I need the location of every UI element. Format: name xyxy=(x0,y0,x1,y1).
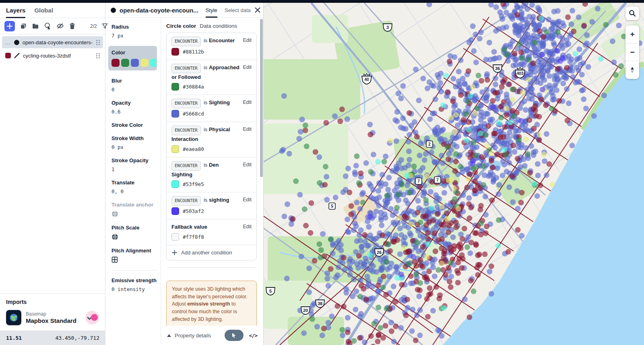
color-swatch[interactable] xyxy=(131,59,139,67)
globe-icon[interactable] xyxy=(111,233,157,240)
road-shield: 38 xyxy=(316,300,324,308)
layer-row[interactable]: cycling-routes-3zdstf xyxy=(2,50,103,62)
property-value[interactable]: 0, 0 xyxy=(111,188,157,194)
tab-select-data[interactable]: Select data xyxy=(225,3,251,17)
color-swatch[interactable] xyxy=(140,59,149,67)
svg-text:36: 36 xyxy=(495,66,500,71)
svg-text:5: 5 xyxy=(269,289,272,293)
road-shield: 7 xyxy=(434,177,441,183)
zoom-level-value: 11.51 xyxy=(6,335,22,341)
color-swatch[interactable] xyxy=(121,59,129,67)
panel-footer: Property details </> xyxy=(161,326,263,345)
condition-row: ENCOUNTERis Den Sighting Edit #53f9e5 xyxy=(167,157,256,192)
property-value[interactable]: 0 xyxy=(111,87,157,93)
condition-value: Sighting xyxy=(209,99,230,105)
basemap-globe-icon xyxy=(6,310,21,325)
property-divider xyxy=(111,270,157,271)
property-value[interactable]: 0.6 xyxy=(111,109,157,115)
basemap-row[interactable]: Basemap Mapbox Standard xyxy=(6,310,99,325)
delete-layer-icon[interactable] xyxy=(69,22,76,30)
add-condition-button[interactable]: Add another condition xyxy=(167,245,256,260)
condition-color-swatch[interactable] xyxy=(171,145,179,153)
compass-button[interactable] xyxy=(625,61,639,79)
property-value[interactable]: 0 intensity xyxy=(111,286,157,292)
plus-icon xyxy=(7,23,12,29)
condition-color-swatch[interactable] xyxy=(171,48,179,56)
close-icon[interactable] xyxy=(254,7,261,13)
layer-name: cycling-routes-3zdstf xyxy=(23,53,71,59)
condition-color-swatch[interactable] xyxy=(171,180,179,188)
select-layer-icon[interactable] xyxy=(44,22,52,30)
edit-condition-link[interactable]: Edit xyxy=(243,126,252,132)
tab-global[interactable]: Global xyxy=(34,3,53,18)
condition-hex: #503af2 xyxy=(183,208,204,214)
group-folder-icon[interactable] xyxy=(32,22,39,30)
code-view-icon[interactable]: </> xyxy=(249,333,257,339)
drag-handle[interactable] xyxy=(96,53,100,58)
property-radius: Radius7 px xyxy=(111,24,157,39)
edit-condition-link[interactable]: Edit xyxy=(243,37,252,43)
property-value[interactable]: 7 px xyxy=(111,33,157,39)
svg-text:20: 20 xyxy=(303,308,308,313)
map-canvas[interactable]: QUEEN ELIZABETH WAY3403640327752653820 +… xyxy=(264,3,644,345)
color-swatch-row xyxy=(111,59,156,67)
svg-text:7: 7 xyxy=(436,178,439,182)
condition-row: ENCOUNTERis Approached or Followed Edit … xyxy=(167,60,256,95)
edit-condition-link[interactable]: Edit xyxy=(243,162,252,167)
property-color[interactable]: Color xyxy=(108,46,157,70)
basemap-status-toggle[interactable] xyxy=(85,311,99,324)
condition-value: Encounter xyxy=(209,37,235,43)
road-shield: 3 xyxy=(383,24,392,31)
property-translate-anchor: Translate anchor xyxy=(111,202,157,217)
layer-row[interactable]: ...open-data-coyote-encounters-7lx... xyxy=(2,36,103,48)
color-swatch[interactable] xyxy=(150,59,156,67)
road-shield: 5 xyxy=(266,287,275,295)
drag-handle[interactable] xyxy=(96,40,100,45)
color-swatch[interactable] xyxy=(111,59,120,67)
road-shield: 2 xyxy=(426,141,433,147)
sidebar-tabs: Layers Global xyxy=(0,3,105,18)
svg-text:2: 2 xyxy=(428,142,431,147)
edit-condition-link[interactable]: Edit xyxy=(243,197,252,202)
property-name: Circle color xyxy=(166,23,196,29)
road-shield: 36 xyxy=(493,65,502,72)
property-value[interactable]: 0 px xyxy=(111,144,157,150)
edit-condition-link[interactable]: Edit xyxy=(243,99,252,105)
filter-funnel-icon[interactable] xyxy=(102,22,108,30)
field-badge: ENCOUNTER xyxy=(171,64,201,73)
road-shield: 26 xyxy=(375,249,384,256)
edit-fallback-link[interactable]: Edit xyxy=(243,224,252,229)
grid-icon[interactable] xyxy=(111,256,157,263)
property-value[interactable]: 1 xyxy=(111,166,157,172)
condition-row: ENCOUNTERis Sighting Edit #5668cd xyxy=(167,95,256,122)
edit-condition-link[interactable]: Edit xyxy=(243,64,252,70)
cursor-mode-button[interactable] xyxy=(225,330,244,341)
map-search-button[interactable] xyxy=(625,6,639,20)
tab-style[interactable]: Style xyxy=(206,3,217,17)
condition-color-swatch[interactable] xyxy=(171,83,179,91)
field-badge: ENCOUNTER xyxy=(171,99,201,108)
condition-hex: #30884a xyxy=(183,84,204,90)
condition-color-swatch[interactable] xyxy=(171,110,179,118)
compass-needle-icon xyxy=(630,67,635,73)
layer-list: ...open-data-coyote-encounters-7lx... cy… xyxy=(0,34,105,62)
globe-icon[interactable] xyxy=(111,211,157,217)
duplicate-layer-icon[interactable] xyxy=(20,22,27,30)
condition-row: ENCOUNTERis Physical Interaction Edit #e… xyxy=(167,122,256,157)
plus-icon xyxy=(172,250,177,255)
condition-color-swatch[interactable] xyxy=(171,207,179,215)
tab-layers[interactable]: Layers xyxy=(6,3,25,18)
zoom-in-button[interactable]: + xyxy=(625,25,639,43)
road-shield: 7 xyxy=(415,178,422,184)
zoom-out-button[interactable]: − xyxy=(625,43,639,62)
panel-header: open-data-coyote-encoun... Style Select … xyxy=(105,3,263,18)
svg-text:26: 26 xyxy=(377,250,382,255)
property-details-toggle[interactable]: Property details xyxy=(167,333,211,339)
panel-scrollbar[interactable] xyxy=(260,19,263,177)
condition-value: sighting xyxy=(209,197,229,203)
hide-layer-icon[interactable] xyxy=(56,22,64,30)
fallback-color-swatch[interactable] xyxy=(171,233,179,241)
condition-hex: #eaea80 xyxy=(183,146,204,152)
circle-layer-icon xyxy=(14,40,19,45)
add-layer-button[interactable] xyxy=(4,21,15,31)
